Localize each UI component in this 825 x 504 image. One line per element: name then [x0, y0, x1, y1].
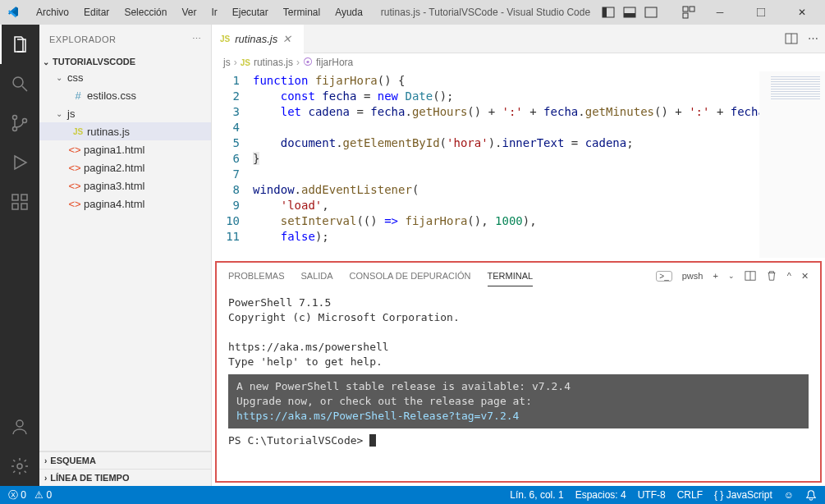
section-label: LÍNEA DE TIEMPO — [50, 473, 129, 483]
minimap[interactable] — [759, 71, 825, 258]
terminal-panel: PROBLEMAS SALIDA CONSOLA DE DEPURACIÓN T… — [215, 261, 822, 483]
svg-point-18 — [16, 420, 23, 427]
window-title: rutinas.js - TutorialVSCode - Visual Stu… — [369, 7, 602, 18]
svg-point-11 — [13, 116, 17, 120]
code-content[interactable]: function fijarHora() { const fecha = new… — [253, 71, 759, 258]
status-cursor-position[interactable]: Lín. 6, col. 1 — [510, 489, 563, 501]
file-pagina4-html[interactable]: <> pagina4.html — [39, 195, 211, 213]
menu-editar[interactable]: Editar — [77, 3, 116, 21]
activity-run-debug[interactable] — [0, 143, 39, 182]
activity-bar — [0, 25, 39, 486]
shell-name[interactable]: pwsh — [682, 271, 704, 281]
file-pagina1-html[interactable]: <> pagina1.html — [39, 140, 211, 158]
panel-tab-terminal[interactable]: TERMINAL — [488, 266, 534, 286]
status-encoding[interactable]: UTF-8 — [638, 489, 666, 501]
svg-rect-17 — [21, 195, 27, 200]
menu-ir[interactable]: Ir — [204, 3, 223, 21]
menu-ejecutar[interactable]: Ejecutar — [226, 3, 275, 21]
explorer-title: EXPLORADOR — [49, 34, 116, 44]
new-terminal-icon[interactable]: + — [713, 271, 717, 281]
section-linea-tiempo[interactable]: › LÍNEA DE TIEMPO — [39, 469, 211, 486]
project-folder-header[interactable]: ⌄ TUTORIALVSCODE — [39, 55, 211, 68]
terminal-dropdown-icon[interactable]: ⌄ — [728, 272, 735, 280]
folder-css[interactable]: ⌄ css — [39, 68, 211, 86]
split-editor-icon[interactable] — [785, 32, 798, 45]
svg-rect-14 — [12, 195, 18, 200]
activity-settings[interactable] — [0, 447, 39, 486]
panel-close-icon[interactable]: ✕ — [801, 271, 809, 282]
code-editor[interactable]: 1234567891011 function fijarHora() { con… — [212, 71, 825, 258]
chevron-right-icon: › — [44, 456, 47, 465]
status-eol[interactable]: CRLF — [677, 489, 703, 501]
tab-rutinas-js[interactable]: JS rutinas.js ✕ — [212, 25, 304, 53]
kill-terminal-icon[interactable] — [766, 270, 777, 282]
layout-customize-icon[interactable] — [682, 6, 695, 19]
svg-rect-16 — [21, 204, 27, 209]
svg-rect-15 — [12, 204, 18, 209]
chevron-right-icon: › — [44, 474, 47, 483]
activity-explorer[interactable] — [0, 25, 39, 64]
window-close-button[interactable]: ✕ — [786, 0, 818, 25]
explorer-header: EXPLORADOR ⋯ — [39, 25, 211, 53]
file-pagina2-html[interactable]: <> pagina2.html — [39, 158, 211, 176]
shell-type-icon: >_ — [656, 271, 671, 282]
status-feedback-icon[interactable]: ☺ — [784, 489, 794, 501]
file-label: pagina4.html — [84, 198, 144, 210]
tab-close-icon[interactable]: ✕ — [282, 33, 296, 45]
panel-maximize-icon[interactable]: ^ — [787, 271, 791, 281]
main-area: EXPLORADOR ⋯ ⌄ TUTORIALVSCODE ⌄ css # es… — [0, 25, 825, 486]
status-warnings[interactable]: ⚠ 0 — [34, 489, 52, 501]
panel-tab-salida[interactable]: SALIDA — [300, 266, 332, 286]
menu-seleccion[interactable]: Selección — [117, 3, 173, 21]
file-estilos-css[interactable]: # estilos.css — [39, 86, 211, 104]
activity-search[interactable] — [0, 64, 39, 103]
menu-archivo[interactable]: Archivo — [30, 3, 76, 21]
window-minimize-button[interactable]: ─ — [704, 0, 736, 25]
folder-js[interactable]: ⌄ js — [39, 104, 211, 122]
breadcrumb-folder[interactable]: js — [223, 57, 231, 68]
status-notifications-icon[interactable] — [805, 489, 817, 501]
breadcrumbs[interactable]: js › JS rutinas.js › ⦿ fijarHora — [212, 53, 825, 71]
layout-sidebar-left-icon[interactable] — [602, 6, 615, 19]
panel-tab-consola[interactable]: CONSOLA DE DEPURACIÓN — [350, 266, 471, 286]
explorer-more-icon[interactable]: ⋯ — [192, 34, 202, 44]
terminal-line: PowerShell 7.1.5 — [228, 296, 809, 310]
status-errors[interactable]: ⓧ 0 — [8, 488, 26, 502]
breadcrumb-file[interactable]: rutinas.js — [254, 57, 293, 68]
activity-accounts[interactable] — [0, 407, 39, 447]
layout-panel-icon[interactable] — [623, 6, 636, 19]
menu-bar: Archivo Editar Selección Ver Ir Ejecutar… — [30, 3, 369, 21]
panel-tab-problemas[interactable]: PROBLEMAS — [228, 266, 284, 286]
menu-terminal[interactable]: Terminal — [277, 3, 327, 21]
window-maximize-button[interactable] — [745, 0, 777, 25]
file-label: pagina3.html — [84, 180, 144, 192]
status-indentation[interactable]: Espacios: 4 — [575, 489, 626, 501]
breadcrumb-symbol[interactable]: fijarHora — [316, 57, 353, 68]
split-terminal-icon[interactable] — [745, 270, 756, 282]
editor-more-icon[interactable]: ⋯ — [808, 32, 818, 45]
html-file-icon: <> — [67, 198, 82, 210]
terminal-output[interactable]: PowerShell 7.1.5 Copyright (c) Microsoft… — [217, 289, 820, 481]
svg-rect-6 — [690, 7, 694, 11]
terminal-prompt[interactable]: PS C:\TutorialVSCode> — [228, 433, 809, 448]
activity-source-control[interactable] — [0, 103, 39, 143]
editor-tabs: JS rutinas.js ✕ ⋯ — [212, 25, 825, 53]
file-pagina3-html[interactable]: <> pagina3.html — [39, 176, 211, 195]
function-icon: ⦿ — [303, 57, 313, 68]
svg-line-10 — [22, 86, 27, 91]
editor-area: JS rutinas.js ✕ ⋯ js › JS rutinas.js › ⦿… — [212, 25, 825, 486]
explorer-sidebar: EXPLORADOR ⋯ ⌄ TUTORIALVSCODE ⌄ css # es… — [39, 25, 212, 486]
menu-ayuda[interactable]: Ayuda — [328, 3, 369, 21]
svg-rect-4 — [645, 7, 657, 17]
file-rutinas-js[interactable]: JS rutinas.js — [39, 122, 211, 140]
html-file-icon: <> — [67, 144, 82, 156]
file-label: pagina2.html — [84, 162, 144, 174]
activity-extensions[interactable] — [0, 182, 39, 222]
chevron-right-icon: › — [296, 57, 300, 68]
status-language[interactable]: { } JavaScript — [714, 489, 772, 501]
file-label: rutinas.js — [87, 126, 130, 138]
terminal-line: Copyright (c) Microsoft Corporation. — [228, 310, 809, 325]
menu-ver[interactable]: Ver — [175, 3, 203, 21]
section-esquema[interactable]: › ESQUEMA — [39, 451, 211, 469]
layout-sidebar-right-icon[interactable] — [644, 6, 658, 19]
